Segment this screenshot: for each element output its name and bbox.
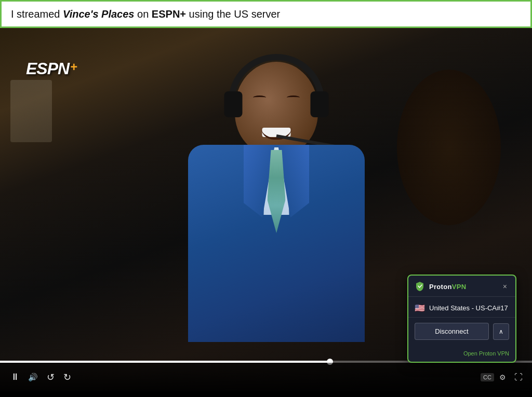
proton-text: Proton: [429, 283, 452, 291]
vpn-text: VPN: [452, 283, 467, 291]
person-suit: [188, 145, 365, 342]
us-flag-icon: 🇺🇸: [415, 303, 425, 313]
forward-button[interactable]: ↻: [59, 369, 75, 385]
vpn-close-button[interactable]: ×: [501, 281, 509, 292]
settings-button[interactable]: ⚙: [496, 371, 509, 384]
banner-service: ESPN+: [152, 8, 186, 20]
espn-logo: ESPN +: [26, 59, 77, 78]
video-controls: ⏸ 🔊 ↺ ↻ CC ⚙ ⛶: [0, 363, 532, 391]
article-banner: I streamed Vince's Places on ESPN+ using…: [0, 0, 532, 28]
banner-title: Vince's Places: [63, 8, 134, 20]
protonvpn-shield-icon: [415, 281, 425, 292]
espn-plus-symbol: +: [70, 60, 77, 74]
espn-text: ESPN: [26, 59, 69, 78]
vpn-logo-area: ProtonVPN: [415, 281, 466, 292]
eye-left: [253, 95, 266, 100]
open-proton-vpn-link[interactable]: Open Proton VPN: [463, 350, 509, 357]
vpn-name-label: ProtonVPN: [429, 283, 466, 291]
headphone-ear-left: [224, 91, 243, 117]
vpn-chevron-button[interactable]: ∧: [493, 323, 509, 340]
fullscreen-button[interactable]: ⛶: [511, 371, 526, 384]
vpn-header: ProtonVPN ×: [408, 276, 515, 297]
vpn-footer: Open Proton VPN: [408, 345, 515, 362]
controls-right-group: CC ⚙ ⛶: [481, 371, 526, 384]
volume-button[interactable]: 🔊: [24, 371, 42, 384]
vpn-server-name: United States - US-CA#17: [429, 304, 508, 312]
person-eyes: [253, 95, 300, 100]
video-player: ESPN + ⏸ 🔊 ↺ ↻ CC ⚙ ⛶: [0, 28, 532, 391]
disconnect-button[interactable]: Disconnect: [415, 323, 489, 340]
vpn-server-info: 🇺🇸 United States - US-CA#17: [408, 297, 515, 318]
banner-text-middle: on: [135, 8, 152, 20]
person-head: [235, 62, 318, 155]
person-figure: [172, 62, 380, 363]
rewind-button[interactable]: ↺: [42, 369, 59, 385]
banner-text-suffix: using the US server: [186, 8, 280, 20]
person-tie: [268, 150, 286, 233]
vpn-popup: ProtonVPN × 🇺🇸 United States - US-CA#17 …: [407, 275, 516, 363]
play-pause-button[interactable]: ⏸: [6, 369, 24, 385]
headphone-ear-right: [311, 91, 329, 117]
cc-button[interactable]: CC: [481, 373, 494, 381]
vpn-actions-area: Disconnect ∧: [408, 318, 515, 345]
banner-text-prefix: I streamed: [11, 8, 63, 20]
eye-right: [287, 95, 300, 100]
